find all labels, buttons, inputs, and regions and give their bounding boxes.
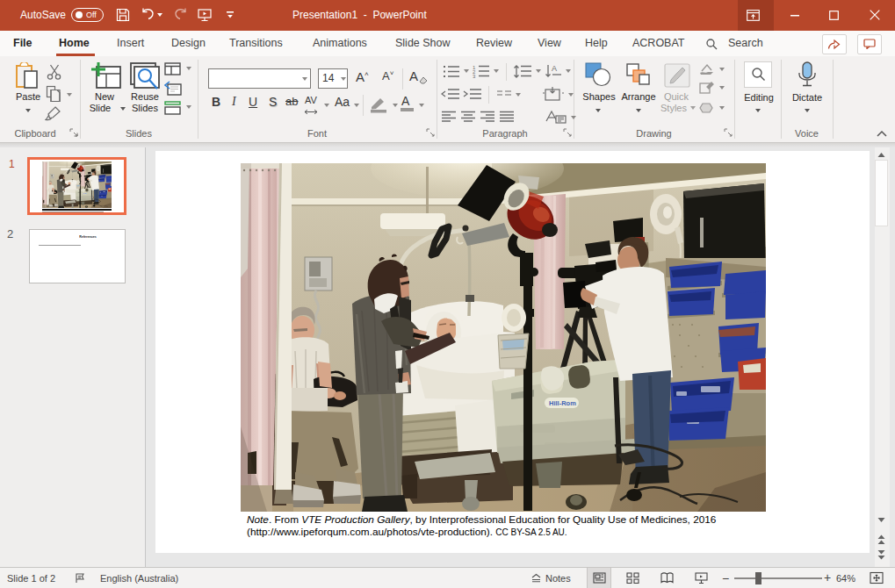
svg-text:3: 3 xyxy=(473,74,476,78)
svg-text:A: A xyxy=(552,64,557,73)
